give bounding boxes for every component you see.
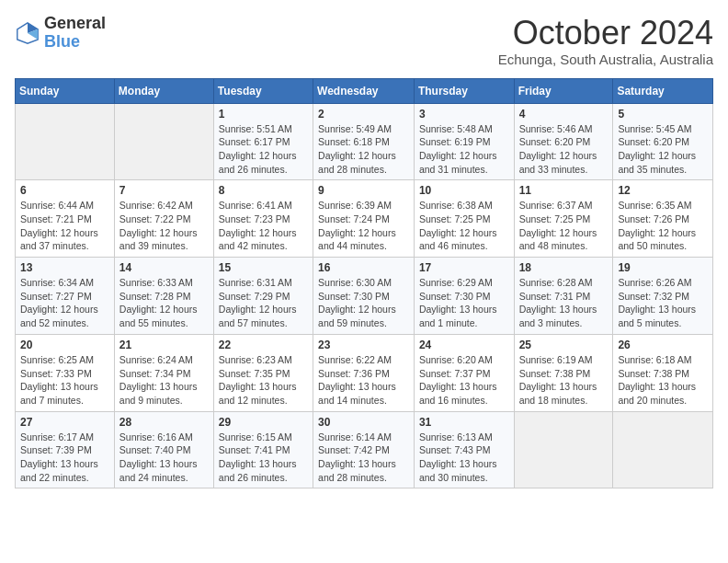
day-number: 8	[219, 184, 308, 197]
day-cell: 10Sunrise: 6:38 AM Sunset: 7:25 PM Dayli…	[414, 180, 514, 258]
day-number: 13	[20, 261, 109, 274]
day-number: 30	[318, 416, 409, 429]
day-cell: 20Sunrise: 6:25 AM Sunset: 7:33 PM Dayli…	[16, 334, 115, 411]
day-number: 6	[20, 184, 109, 197]
week-row-2: 6Sunrise: 6:44 AM Sunset: 7:21 PM Daylig…	[16, 180, 713, 258]
day-cell: 26Sunrise: 6:18 AM Sunset: 7:38 PM Dayli…	[613, 334, 713, 411]
header-row: SundayMondayTuesdayWednesdayThursdayFrid…	[16, 78, 713, 103]
day-cell: 2Sunrise: 5:49 AM Sunset: 6:18 PM Daylig…	[313, 103, 415, 180]
day-number: 2	[318, 108, 409, 121]
day-info: Sunrise: 6:19 AM Sunset: 7:38 PM Dayligh…	[519, 353, 609, 408]
day-number: 29	[219, 416, 308, 429]
day-number: 24	[419, 339, 509, 351]
day-cell: 19Sunrise: 6:26 AM Sunset: 7:32 PM Dayli…	[613, 258, 713, 335]
day-number: 1	[219, 108, 308, 121]
header-cell-sunday: Sunday	[16, 78, 115, 103]
day-info: Sunrise: 6:37 AM Sunset: 7:25 PM Dayligh…	[519, 199, 609, 253]
logo-text: General Blue	[44, 15, 106, 52]
day-info: Sunrise: 6:42 AM Sunset: 7:22 PM Dayligh…	[119, 199, 209, 253]
header-cell-wednesday: Wednesday	[313, 78, 415, 103]
day-cell: 29Sunrise: 6:15 AM Sunset: 7:41 PM Dayli…	[213, 411, 313, 488]
day-info: Sunrise: 6:18 AM Sunset: 7:38 PM Dayligh…	[618, 353, 708, 408]
day-cell: 28Sunrise: 6:16 AM Sunset: 7:40 PM Dayli…	[114, 411, 213, 488]
location-subtitle: Echunga, South Australia, Australia	[498, 52, 713, 67]
header-cell-friday: Friday	[514, 78, 613, 103]
day-cell: 22Sunrise: 6:23 AM Sunset: 7:35 PM Dayli…	[213, 334, 313, 411]
day-info: Sunrise: 6:17 AM Sunset: 7:39 PM Dayligh…	[20, 431, 109, 485]
day-cell: 7Sunrise: 6:42 AM Sunset: 7:22 PM Daylig…	[114, 180, 213, 258]
day-number: 31	[419, 416, 509, 429]
day-cell: 5Sunrise: 5:45 AM Sunset: 6:20 PM Daylig…	[613, 103, 713, 180]
day-info: Sunrise: 6:24 AM Sunset: 7:34 PM Dayligh…	[119, 353, 209, 408]
header-cell-monday: Monday	[114, 78, 213, 103]
day-number: 4	[519, 108, 609, 121]
day-info: Sunrise: 6:20 AM Sunset: 7:37 PM Dayligh…	[419, 353, 509, 408]
day-cell: 17Sunrise: 6:29 AM Sunset: 7:30 PM Dayli…	[414, 258, 514, 335]
day-cell: 15Sunrise: 6:31 AM Sunset: 7:29 PM Dayli…	[213, 258, 313, 335]
day-info: Sunrise: 6:33 AM Sunset: 7:28 PM Dayligh…	[119, 276, 209, 330]
day-cell: 1Sunrise: 5:51 AM Sunset: 6:17 PM Daylig…	[213, 103, 313, 180]
day-number: 21	[119, 339, 209, 351]
day-cell: 31Sunrise: 6:13 AM Sunset: 7:43 PM Dayli…	[414, 411, 514, 488]
header-cell-saturday: Saturday	[613, 78, 713, 103]
day-cell: 21Sunrise: 6:24 AM Sunset: 7:34 PM Dayli…	[114, 334, 213, 411]
day-cell	[514, 411, 613, 488]
day-cell: 12Sunrise: 6:35 AM Sunset: 7:26 PM Dayli…	[613, 180, 713, 258]
day-info: Sunrise: 6:22 AM Sunset: 7:36 PM Dayligh…	[318, 353, 409, 408]
logo-icon	[15, 20, 40, 46]
day-info: Sunrise: 6:23 AM Sunset: 7:35 PM Dayligh…	[219, 353, 308, 408]
day-number: 26	[618, 339, 708, 351]
day-info: Sunrise: 5:51 AM Sunset: 6:17 PM Dayligh…	[219, 122, 308, 177]
day-number: 18	[519, 261, 609, 274]
day-cell	[114, 103, 213, 180]
day-info: Sunrise: 6:38 AM Sunset: 7:25 PM Dayligh…	[419, 199, 509, 253]
day-number: 15	[219, 261, 308, 274]
calendar-table: SundayMondayTuesdayWednesdayThursdayFrid…	[15, 78, 713, 489]
day-info: Sunrise: 6:25 AM Sunset: 7:33 PM Dayligh…	[20, 353, 109, 408]
day-cell: 6Sunrise: 6:44 AM Sunset: 7:21 PM Daylig…	[16, 180, 115, 258]
day-cell: 11Sunrise: 6:37 AM Sunset: 7:25 PM Dayli…	[514, 180, 613, 258]
day-number: 5	[618, 108, 708, 121]
day-number: 19	[618, 261, 708, 274]
day-info: Sunrise: 6:26 AM Sunset: 7:32 PM Dayligh…	[618, 276, 708, 330]
day-number: 20	[20, 339, 109, 351]
day-info: Sunrise: 6:34 AM Sunset: 7:27 PM Dayligh…	[20, 276, 109, 330]
day-number: 3	[419, 108, 509, 121]
day-number: 16	[318, 261, 409, 274]
day-cell: 27Sunrise: 6:17 AM Sunset: 7:39 PM Dayli…	[16, 411, 115, 488]
day-cell: 30Sunrise: 6:14 AM Sunset: 7:42 PM Dayli…	[313, 411, 415, 488]
day-cell: 3Sunrise: 5:48 AM Sunset: 6:19 PM Daylig…	[414, 103, 514, 180]
title-area: October 2024 Echunga, South Australia, A…	[498, 15, 713, 67]
day-cell: 23Sunrise: 6:22 AM Sunset: 7:36 PM Dayli…	[313, 334, 415, 411]
day-number: 12	[618, 184, 708, 197]
day-info: Sunrise: 6:16 AM Sunset: 7:40 PM Dayligh…	[119, 431, 209, 485]
day-cell: 25Sunrise: 6:19 AM Sunset: 7:38 PM Dayli…	[514, 334, 613, 411]
day-number: 17	[419, 261, 509, 274]
logo-blue: Blue	[44, 33, 106, 52]
day-info: Sunrise: 6:29 AM Sunset: 7:30 PM Dayligh…	[419, 276, 509, 330]
day-cell: 14Sunrise: 6:33 AM Sunset: 7:28 PM Dayli…	[114, 258, 213, 335]
day-info: Sunrise: 5:49 AM Sunset: 6:18 PM Dayligh…	[318, 122, 409, 177]
day-info: Sunrise: 6:41 AM Sunset: 7:23 PM Dayligh…	[219, 199, 308, 253]
day-info: Sunrise: 6:14 AM Sunset: 7:42 PM Dayligh…	[318, 431, 409, 485]
logo: General Blue	[15, 15, 106, 52]
day-number: 28	[119, 416, 209, 429]
header: General Blue October 2024 Echunga, South…	[15, 15, 713, 67]
day-cell: 13Sunrise: 6:34 AM Sunset: 7:27 PM Dayli…	[16, 258, 115, 335]
day-info: Sunrise: 6:13 AM Sunset: 7:43 PM Dayligh…	[419, 431, 509, 485]
day-number: 27	[20, 416, 109, 429]
week-row-3: 13Sunrise: 6:34 AM Sunset: 7:27 PM Dayli…	[16, 258, 713, 335]
day-info: Sunrise: 5:46 AM Sunset: 6:20 PM Dayligh…	[519, 122, 609, 177]
day-info: Sunrise: 6:44 AM Sunset: 7:21 PM Dayligh…	[20, 199, 109, 253]
day-info: Sunrise: 6:39 AM Sunset: 7:24 PM Dayligh…	[318, 199, 409, 253]
month-title: October 2024	[498, 15, 713, 52]
day-number: 22	[219, 339, 308, 351]
day-cell: 9Sunrise: 6:39 AM Sunset: 7:24 PM Daylig…	[313, 180, 415, 258]
calendar-body: 1Sunrise: 5:51 AM Sunset: 6:17 PM Daylig…	[16, 103, 713, 488]
day-number: 10	[419, 184, 509, 197]
week-row-5: 27Sunrise: 6:17 AM Sunset: 7:39 PM Dayli…	[16, 411, 713, 488]
day-number: 14	[119, 261, 209, 274]
calendar-header: SundayMondayTuesdayWednesdayThursdayFrid…	[16, 78, 713, 103]
day-info: Sunrise: 5:48 AM Sunset: 6:19 PM Dayligh…	[419, 122, 509, 177]
day-info: Sunrise: 6:30 AM Sunset: 7:30 PM Dayligh…	[318, 276, 409, 330]
